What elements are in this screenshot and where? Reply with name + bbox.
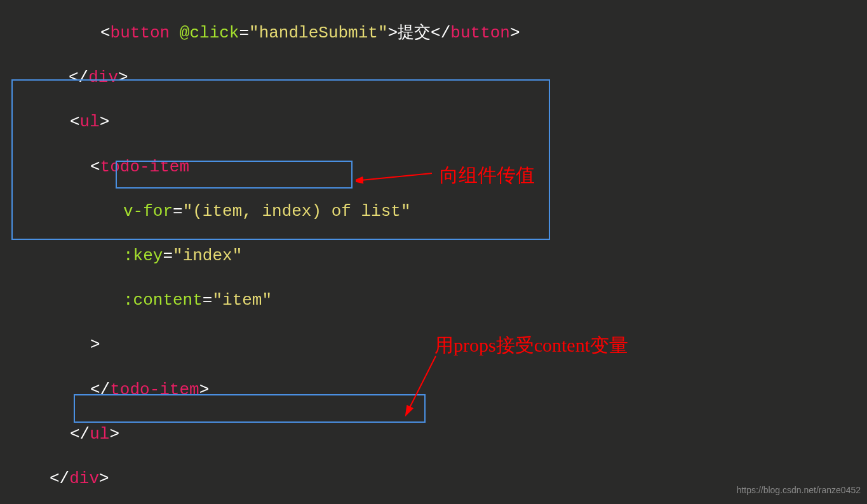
code-line: </todo-item> xyxy=(0,379,867,401)
equals: = xyxy=(203,291,213,310)
tag-name: ul xyxy=(80,112,100,131)
tag-name: ul xyxy=(90,425,109,444)
bracket: </ xyxy=(50,469,69,488)
attribute: :key xyxy=(123,246,163,265)
annotation-text: 用props接受content变量 xyxy=(434,333,628,359)
tag-name: div xyxy=(69,469,99,488)
code-editor: <button @click="handleSubmit">提交</button… xyxy=(0,0,867,504)
equals: = xyxy=(239,23,249,43)
bracket: </ xyxy=(90,380,110,399)
string: "index" xyxy=(173,246,242,265)
code-line: <ul> xyxy=(0,111,867,133)
bracket: > xyxy=(109,425,119,444)
string: "handleSubmit" xyxy=(249,23,387,43)
equals: = xyxy=(173,202,183,221)
tag-name: button xyxy=(450,23,510,43)
code-line: </ul> xyxy=(0,423,867,446)
code-line: :content="item" xyxy=(0,289,867,312)
string: "(item, index) of list" xyxy=(183,202,411,221)
annotation-text: 向组件传值 xyxy=(440,162,535,189)
text-content: 提交 xyxy=(398,23,431,43)
tag-name: todo-item xyxy=(100,157,189,176)
bracket: > xyxy=(99,469,109,488)
code-line: <button @click="handleSubmit">提交</button… xyxy=(0,22,867,44)
code-line: :key="index" xyxy=(0,245,867,267)
equals: = xyxy=(163,246,173,265)
attribute: @click xyxy=(170,23,239,43)
bracket: > xyxy=(510,23,520,43)
string: "item" xyxy=(212,291,272,310)
bracket: > xyxy=(100,112,110,131)
tag-name: todo-item xyxy=(110,380,199,399)
attribute: v-for xyxy=(123,202,173,221)
bracket: < xyxy=(70,112,80,131)
bracket: > xyxy=(388,23,398,43)
watermark: https://blog.csdn.net/ranze0452 xyxy=(737,484,861,496)
bracket: </ xyxy=(431,23,450,43)
bracket: </ xyxy=(70,425,90,444)
bracket: > xyxy=(90,335,100,354)
tag-name: button xyxy=(111,23,170,43)
attribute: :content xyxy=(123,291,203,310)
code-line: </div> xyxy=(0,67,867,89)
bracket: < xyxy=(100,23,111,43)
bracket: > xyxy=(118,68,128,87)
bracket: > xyxy=(199,380,210,399)
code-line: <todo-item xyxy=(0,156,867,178)
bracket: </ xyxy=(69,68,88,87)
tag-name: div xyxy=(88,68,118,87)
code-line: v-for="(item, index) of list" xyxy=(0,201,867,223)
code-line: > xyxy=(0,334,867,356)
bracket: < xyxy=(90,157,100,176)
